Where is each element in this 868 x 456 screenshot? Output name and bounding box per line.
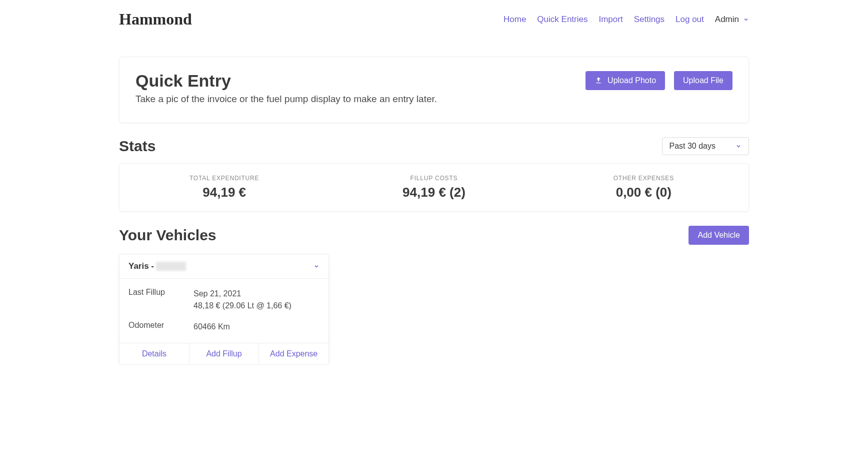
brand-logo[interactable]: Hammond bbox=[119, 10, 192, 29]
vehicle-details-link[interactable]: Details bbox=[120, 343, 190, 364]
stats-card: TOTAL EXPENDITURE 94,19 € FILLUP COSTS 9… bbox=[119, 163, 749, 212]
stat-label: OTHER EXPENSES bbox=[539, 175, 748, 182]
upload-file-button[interactable]: Upload File bbox=[674, 71, 732, 90]
stat-total-expenditure: TOTAL EXPENDITURE 94,19 € bbox=[120, 175, 329, 200]
add-vehicle-label: Add Vehicle bbox=[698, 231, 740, 240]
stat-label: FILLUP COSTS bbox=[329, 175, 538, 182]
vehicle-row-label: Last Fillup bbox=[128, 288, 194, 312]
quick-entry-actions: Upload Photo Upload File bbox=[586, 71, 732, 90]
stat-label: TOTAL EXPENDITURE bbox=[120, 175, 329, 182]
vehicle-row-label: Odometer bbox=[128, 321, 194, 333]
quick-entry-text: Quick Entry Take a pic of the invoice or… bbox=[136, 71, 437, 105]
stats-header: Stats Past 30 days bbox=[119, 137, 749, 155]
stats-range-selected: Past 30 days bbox=[670, 142, 716, 151]
chevron-down-icon bbox=[743, 17, 749, 23]
quick-entry-subtitle: Take a pic of the invoice or the fuel pu… bbox=[136, 94, 437, 105]
stats-title: Stats bbox=[119, 138, 156, 155]
vehicle-card-header[interactable]: Yaris - bbox=[120, 254, 328, 279]
stats-range-select[interactable]: Past 30 days bbox=[662, 137, 750, 155]
chevron-down-icon bbox=[736, 143, 742, 149]
nav-user-label: Admin bbox=[715, 15, 739, 25]
upload-photo-button[interactable]: Upload Photo bbox=[586, 71, 665, 90]
vehicles-header: Your Vehicles Add Vehicle bbox=[119, 226, 749, 245]
upload-icon bbox=[594, 77, 602, 85]
vehicle-row-last-fillup: Last Fillup Sep 21, 2021 48,18 € (29.06 … bbox=[128, 288, 320, 312]
nav-links: Home Quick Entries Import Settings Log o… bbox=[504, 15, 749, 25]
stat-value: 94,19 € bbox=[120, 185, 329, 200]
nav-user-dropdown[interactable]: Admin bbox=[715, 15, 749, 25]
add-vehicle-button[interactable]: Add Vehicle bbox=[688, 226, 749, 245]
navbar: Hammond Home Quick Entries Import Settin… bbox=[119, 0, 749, 39]
vehicle-add-expense-link[interactable]: Add Expense bbox=[259, 343, 328, 364]
upload-file-label: Upload File bbox=[683, 76, 724, 85]
vehicle-name-wrap: Yaris - bbox=[128, 261, 186, 271]
stat-fillup-costs: FILLUP COSTS 94,19 € (2) bbox=[329, 175, 538, 200]
last-fillup-date: Sep 21, 2021 bbox=[194, 288, 292, 300]
vehicle-name: Yaris - bbox=[128, 261, 154, 271]
chevron-down-icon bbox=[314, 263, 320, 269]
nav-settings[interactable]: Settings bbox=[634, 15, 664, 25]
vehicle-add-fillup-link[interactable]: Add Fillup bbox=[190, 343, 260, 364]
nav-logout[interactable]: Log out bbox=[676, 15, 704, 25]
quick-entry-title: Quick Entry bbox=[136, 71, 437, 91]
nav-quick-entries[interactable]: Quick Entries bbox=[537, 15, 588, 25]
vehicle-card-footer: Details Add Fillup Add Expense bbox=[120, 343, 328, 364]
vehicle-row-value: Sep 21, 2021 48,18 € (29.06 Lt @ 1,66 €) bbox=[194, 288, 292, 312]
vehicles-title: Your Vehicles bbox=[119, 227, 216, 244]
upload-photo-label: Upload Photo bbox=[608, 76, 656, 85]
nav-home[interactable]: Home bbox=[504, 15, 526, 25]
stat-other-expenses: OTHER EXPENSES 0,00 € (0) bbox=[539, 175, 748, 200]
vehicle-card: Yaris - Last Fillup Sep 21, 2021 48,18 €… bbox=[119, 254, 329, 365]
last-fillup-detail: 48,18 € (29.06 Lt @ 1,66 €) bbox=[194, 300, 292, 312]
vehicle-card-body: Last Fillup Sep 21, 2021 48,18 € (29.06 … bbox=[120, 279, 328, 343]
stat-value: 94,19 € (2) bbox=[329, 185, 538, 200]
quick-entry-card: Quick Entry Take a pic of the invoice or… bbox=[119, 57, 749, 123]
odometer-value: 60466 Km bbox=[194, 321, 230, 333]
nav-import[interactable]: Import bbox=[598, 15, 622, 25]
stat-value: 0,00 € (0) bbox=[539, 185, 748, 200]
vehicle-row-odometer: Odometer 60466 Km bbox=[128, 321, 320, 333]
vehicle-plate-redacted bbox=[156, 262, 186, 271]
